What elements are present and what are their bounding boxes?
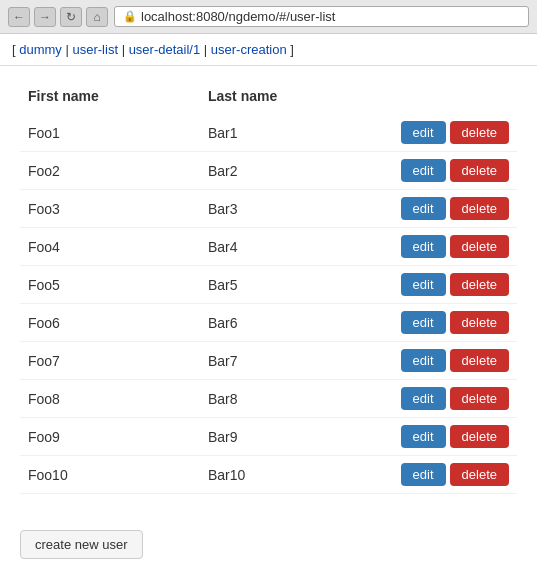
cell-actions: editdelete [380, 114, 517, 152]
delete-button[interactable]: delete [450, 463, 509, 486]
create-new-user-button[interactable]: create new user [20, 530, 143, 559]
nav-link-user-detail[interactable]: user-detail/1 [129, 42, 201, 57]
cell-actions: editdelete [380, 456, 517, 494]
back-button[interactable]: ← [8, 7, 30, 27]
cell-actions: editdelete [380, 228, 517, 266]
nav-buttons: ← → ↻ ⌂ [8, 7, 108, 27]
table-row: Foo7Bar7editdelete [20, 342, 517, 380]
nav-links: [ dummy | user-list | user-detail/1 | us… [0, 34, 537, 66]
table-row: Foo5Bar5editdelete [20, 266, 517, 304]
cell-firstname: Foo10 [20, 456, 200, 494]
edit-button[interactable]: edit [401, 425, 446, 448]
cell-firstname: Foo5 [20, 266, 200, 304]
nav-link-dummy[interactable]: dummy [19, 42, 62, 57]
delete-button[interactable]: delete [450, 311, 509, 334]
edit-button[interactable]: edit [401, 349, 446, 372]
user-table: First name Last name Foo1Bar1editdeleteF… [20, 82, 517, 494]
table-row: Foo9Bar9editdelete [20, 418, 517, 456]
cell-actions: editdelete [380, 380, 517, 418]
cell-firstname: Foo2 [20, 152, 200, 190]
cell-actions: editdelete [380, 304, 517, 342]
delete-button[interactable]: delete [450, 387, 509, 410]
nav-link-user-list[interactable]: user-list [72, 42, 118, 57]
cell-lastname: Bar8 [200, 380, 380, 418]
col-header-actions [380, 82, 517, 114]
delete-button[interactable]: delete [450, 273, 509, 296]
cell-firstname: Foo8 [20, 380, 200, 418]
delete-button[interactable]: delete [450, 235, 509, 258]
lock-icon: 🔒 [123, 10, 137, 23]
cell-lastname: Bar9 [200, 418, 380, 456]
refresh-button[interactable]: ↻ [60, 7, 82, 27]
cell-firstname: Foo4 [20, 228, 200, 266]
table-row: Foo8Bar8editdelete [20, 380, 517, 418]
address-bar[interactable]: 🔒 localhost:8080/ngdemo/#/user-list [114, 6, 529, 27]
delete-button[interactable]: delete [450, 159, 509, 182]
cell-lastname: Bar10 [200, 456, 380, 494]
cell-lastname: Bar6 [200, 304, 380, 342]
edit-button[interactable]: edit [401, 197, 446, 220]
table-row: Foo2Bar2editdelete [20, 152, 517, 190]
cell-actions: editdelete [380, 266, 517, 304]
cell-lastname: Bar2 [200, 152, 380, 190]
cell-actions: editdelete [380, 152, 517, 190]
edit-button[interactable]: edit [401, 387, 446, 410]
table-row: Foo3Bar3editdelete [20, 190, 517, 228]
bracket-close: ] [290, 42, 294, 57]
cell-actions: editdelete [380, 190, 517, 228]
home-button[interactable]: ⌂ [86, 7, 108, 27]
browser-chrome: ← → ↻ ⌂ 🔒 localhost:8080/ngdemo/#/user-l… [0, 0, 537, 34]
delete-button[interactable]: delete [450, 121, 509, 144]
table-row: Foo1Bar1editdelete [20, 114, 517, 152]
footer-area: create new user [0, 510, 537, 569]
col-header-firstname: First name [20, 82, 200, 114]
edit-button[interactable]: edit [401, 159, 446, 182]
delete-button[interactable]: delete [450, 425, 509, 448]
edit-button[interactable]: edit [401, 273, 446, 296]
edit-button[interactable]: edit [401, 311, 446, 334]
table-row: Foo6Bar6editdelete [20, 304, 517, 342]
cell-firstname: Foo9 [20, 418, 200, 456]
cell-lastname: Bar3 [200, 190, 380, 228]
url-text: localhost:8080/ngdemo/#/user-list [141, 9, 335, 24]
table-body: Foo1Bar1editdeleteFoo2Bar2editdeleteFoo3… [20, 114, 517, 494]
cell-lastname: Bar1 [200, 114, 380, 152]
cell-lastname: Bar4 [200, 228, 380, 266]
edit-button[interactable]: edit [401, 121, 446, 144]
col-header-lastname: Last name [200, 82, 380, 114]
table-row: Foo4Bar4editdelete [20, 228, 517, 266]
table-row: Foo10Bar10editdelete [20, 456, 517, 494]
edit-button[interactable]: edit [401, 463, 446, 486]
cell-actions: editdelete [380, 418, 517, 456]
table-header: First name Last name [20, 82, 517, 114]
nav-link-user-creation[interactable]: user-creation [211, 42, 287, 57]
edit-button[interactable]: edit [401, 235, 446, 258]
cell-firstname: Foo6 [20, 304, 200, 342]
delete-button[interactable]: delete [450, 197, 509, 220]
cell-lastname: Bar5 [200, 266, 380, 304]
cell-firstname: Foo1 [20, 114, 200, 152]
delete-button[interactable]: delete [450, 349, 509, 372]
cell-firstname: Foo7 [20, 342, 200, 380]
main-content: First name Last name Foo1Bar1editdeleteF… [0, 66, 537, 510]
cell-firstname: Foo3 [20, 190, 200, 228]
forward-button[interactable]: → [34, 7, 56, 27]
cell-lastname: Bar7 [200, 342, 380, 380]
cell-actions: editdelete [380, 342, 517, 380]
